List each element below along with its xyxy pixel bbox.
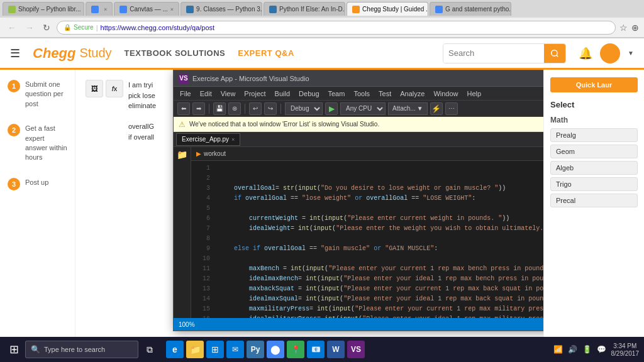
taskbar-clock[interactable]: 3:34 PM 8/29/2017	[611, 342, 640, 357]
vs-menu-edit[interactable]: Edit	[196, 89, 216, 99]
taskbar: ⊞ 🔍 Type here to search ⧉ e 📁 ⊞ ✉ Py ⬤ 📍…	[0, 337, 644, 362]
taskbar-python-icon[interactable]: Py	[247, 341, 264, 358]
vs-tb-save[interactable]: 💾	[213, 102, 226, 115]
vs-tb-undo[interactable]: ↩	[249, 102, 262, 115]
notification-icon[interactable]: 🔔	[579, 47, 592, 60]
vs-menu-build[interactable]: Build	[271, 89, 294, 99]
tray-network-icon[interactable]: 📶	[553, 345, 563, 354]
vs-menu-help[interactable]: Help	[464, 89, 486, 99]
star-icon[interactable]: ☆	[619, 23, 628, 33]
vs-tab-exercise[interactable]: Exercise_App.py ×	[176, 133, 240, 146]
vs-toolbar: ⬅ ➡ 💾 ⊛ ↩ ↪ Debug ▶ Any CPU Attach... ▼	[174, 101, 543, 117]
taskbar-maps-icon[interactable]: 📍	[287, 341, 304, 358]
taskbar-store-icon[interactable]: ⊞	[206, 341, 224, 358]
taskbar-task-view[interactable]: ⧉	[141, 341, 158, 358]
taskbar-word-icon[interactable]: W	[327, 341, 345, 358]
url-bar[interactable]: 🔒 Secure | https://www.chegg.com/study/q…	[57, 21, 616, 35]
subject-geometry[interactable]: Geom	[550, 145, 638, 158]
right-sidebar: Quick Laur Select Math Prealg Geom Algeb…	[543, 70, 644, 362]
svg-line-1	[557, 55, 558, 57]
subject-trigonometry[interactable]: Trigo	[550, 177, 638, 191]
user-avatar[interactable]	[600, 43, 620, 63]
tray-sound-icon[interactable]: 🔊	[568, 345, 577, 354]
taskbar-edge-icon[interactable]: e	[166, 341, 184, 358]
vs-tb-saveall[interactable]: ⊛	[228, 102, 241, 115]
main-content: 🖼 fx I am tryi pick lose eliminate overa…	[75, 70, 543, 362]
taskbar-search-box[interactable]: 🔍 Type here to search	[25, 341, 138, 358]
nav-expert-qa[interactable]: EXPERT Q&A	[238, 48, 294, 58]
tab-close-blank[interactable]: ×	[104, 6, 107, 13]
subject-precalculus[interactable]: Precal	[550, 194, 638, 207]
refresh-button[interactable]: ↻	[40, 21, 53, 34]
tab-label-chegg: Chegg Study | Guided ...	[362, 6, 428, 13]
vs-run-icon: ▶	[196, 150, 201, 157]
vs-tb-back[interactable]: ⬅	[177, 102, 190, 115]
formula-icon-box[interactable]: fx	[106, 80, 123, 97]
vs-tab-file-label: Exercise_App.py	[182, 136, 229, 143]
tab-favicon-chegg	[352, 6, 360, 13]
vs-tb-extra2[interactable]: ⋯	[445, 102, 458, 115]
taskbar-vs-icon[interactable]: VS	[347, 341, 365, 358]
vs-menu-debug[interactable]: Debug	[295, 89, 323, 99]
taskbar-mail-icon[interactable]: ✉	[226, 341, 244, 358]
taskbar-folder-icon[interactable]: 📁	[186, 341, 204, 358]
tab-close-shopify[interactable]: ×	[84, 6, 84, 13]
vs-attach-button[interactable]: Attach... ▼	[388, 102, 428, 115]
tab-google[interactable]: G and statement pytho... ×	[430, 2, 511, 16]
vs-tb-extra1[interactable]: ⚡	[430, 102, 443, 115]
taskbar-time: 3:34 PM	[611, 342, 640, 350]
vs-menu-team[interactable]: Team	[325, 89, 349, 99]
quick-launch-button[interactable]: Quick Laur	[550, 77, 638, 92]
vs-menu-tools[interactable]: Tools	[350, 89, 374, 99]
tab-python1[interactable]: 9. Classes — Python 3... ×	[180, 2, 262, 16]
select-section-title: Select	[550, 100, 638, 109]
vs-tb-redo[interactable]: ↪	[264, 102, 277, 115]
vs-cpu-select[interactable]: Any CPU	[340, 102, 386, 115]
hamburger-menu[interactable]: ☰	[10, 47, 20, 60]
vs-start-btn[interactable]: ▶	[325, 102, 338, 115]
chegg-study-text: Study	[77, 46, 111, 60]
vs-toolbar-sep1	[209, 104, 209, 114]
taskbar-pinned-icons: e 📁 ⊞ ✉ Py ⬤ 📍 📧 W VS	[166, 341, 365, 358]
taskbar-outlook-icon[interactable]: 📧	[307, 341, 325, 358]
vs-tb-forward[interactable]: ➡	[192, 102, 205, 115]
tab-canvas[interactable]: Canvtas — ... ×	[114, 2, 179, 16]
search-button[interactable]	[544, 44, 565, 63]
vs-menu-analyze[interactable]: Analyze	[396, 89, 428, 99]
math-icons: 🖼 fx	[86, 80, 123, 142]
vs-debug-select[interactable]: Debug	[285, 102, 323, 115]
chevron-down-icon[interactable]: ▼	[628, 50, 634, 57]
tab-shopify[interactable]: Shopify – Python libr... ×	[3, 2, 84, 16]
subject-algebra[interactable]: Algeb	[550, 161, 638, 175]
vs-status-bar: 100%	[174, 318, 543, 331]
tray-battery-icon[interactable]: 🔋	[582, 345, 592, 354]
vs-menu-project[interactable]: Project	[240, 89, 269, 99]
tab-close-canvas[interactable]: ×	[170, 6, 174, 13]
tray-notification-icon[interactable]: 💬	[597, 345, 606, 354]
vs-code-text[interactable]: overallGoal= str(input("Do you desire to…	[214, 161, 543, 318]
vs-attach-chevron: ▼	[417, 105, 423, 112]
taskbar-chrome-icon[interactable]: ⬤	[267, 341, 284, 358]
vs-menu-test[interactable]: Test	[375, 89, 395, 99]
image-icon-box[interactable]: 🖼	[86, 80, 103, 97]
taskbar-start-button[interactable]: ⊞	[5, 341, 23, 358]
nav-textbook-solutions[interactable]: TEXTBOOK SOLUTIONS	[125, 48, 226, 58]
vs-code-header: ▶ workout	[191, 147, 543, 161]
vs-menu-window[interactable]: Window	[430, 89, 462, 99]
vs-folder-icon[interactable]: 📁	[177, 150, 187, 160]
vs-code-scroll[interactable]: 1234567891011121314151617181920212223 ov…	[191, 161, 543, 318]
tab-python2[interactable]: Python If Else: An In-D... ×	[264, 2, 345, 16]
vs-menu-file[interactable]: File	[176, 89, 195, 99]
address-bar: ← → ↻ 🔒 Secure | https://www.chegg.com/s…	[0, 18, 644, 38]
subject-prealgebra[interactable]: Prealg	[550, 128, 638, 142]
forward-button[interactable]: →	[23, 21, 36, 34]
chegg-header: ☰ Chegg Study TEXTBOOK SOLUTIONS EXPERT …	[0, 38, 644, 70]
tab-blank[interactable]: ×	[86, 2, 113, 16]
vs-error-text: We've noticed that a tool window 'Error …	[189, 121, 543, 128]
vs-tab-close-icon[interactable]: ×	[231, 136, 235, 143]
tab-chegg[interactable]: Chegg Study | Guided ... ×	[347, 2, 428, 16]
vs-menu-view[interactable]: View	[217, 89, 240, 99]
back-button[interactable]: ←	[5, 21, 19, 34]
extensions-icon[interactable]: ⊕	[631, 23, 639, 33]
search-input[interactable]	[443, 44, 544, 63]
